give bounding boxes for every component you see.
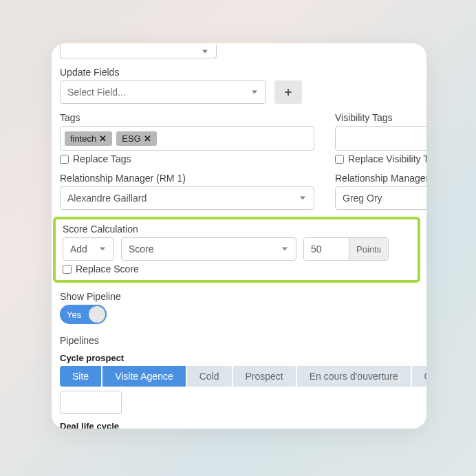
modal-card: Update Fields Select Field... + Tags fin… bbox=[52, 43, 426, 429]
tag-chip[interactable]: ESG ✕ bbox=[116, 131, 156, 146]
close-icon[interactable]: ✕ bbox=[99, 133, 107, 144]
pipeline-extra-slot[interactable] bbox=[60, 391, 122, 414]
rm1-select[interactable]: Alexandre Gaillard bbox=[60, 186, 314, 210]
rm1-value: Alexandre Gaillard bbox=[67, 193, 147, 204]
pipeline-group2-title: Deal life cycle bbox=[60, 421, 426, 429]
pipeline-stage[interactable]: Client bbox=[412, 366, 426, 387]
update-fields-label: Update Fields bbox=[60, 67, 426, 78]
score-points-input-group: Points bbox=[303, 237, 389, 261]
replace-tags-checkbox[interactable] bbox=[60, 155, 69, 164]
close-icon[interactable]: ✕ bbox=[144, 133, 151, 144]
replace-tags-label: Replace Tags bbox=[73, 153, 131, 164]
rm2-label: Relationship Manager (RM 2) bbox=[335, 173, 426, 184]
replace-visibility-tags-checkbox[interactable] bbox=[335, 155, 344, 164]
score-label: Score Calculation bbox=[63, 224, 411, 235]
score-unit: Points bbox=[349, 238, 388, 260]
pipeline-group1-stages: Site Visite Agence Cold Prospect En cour… bbox=[60, 366, 426, 387]
replace-score-label: Replace Score bbox=[76, 263, 139, 274]
visibility-tags-label: Visibility Tags bbox=[335, 112, 426, 123]
tags-label: Tags bbox=[60, 112, 314, 123]
replace-visibility-tags-label: Replace Visibility Tags bbox=[348, 153, 426, 164]
score-field-select[interactable]: Score bbox=[121, 237, 296, 261]
tags-input[interactable]: fintech ✕ ESG ✕ bbox=[60, 126, 314, 151]
top-select[interactable] bbox=[60, 45, 217, 58]
score-operation-select[interactable]: Add bbox=[63, 237, 114, 261]
tag-chip-text: ESG bbox=[122, 133, 140, 144]
tag-chip[interactable]: fintech ✕ bbox=[65, 131, 112, 146]
toggle-knob bbox=[89, 306, 105, 323]
visibility-tags-input[interactable] bbox=[335, 126, 426, 151]
pipeline-stage[interactable]: Prospect bbox=[233, 366, 297, 387]
add-field-button[interactable]: + bbox=[274, 80, 302, 104]
rm1-label: Relationship Manager (RM 1) bbox=[60, 173, 314, 184]
pipeline-stage[interactable]: Visite Agence bbox=[102, 366, 187, 387]
pipeline-stage[interactable]: Site bbox=[60, 366, 102, 387]
tag-chip-text: fintech bbox=[70, 133, 96, 144]
toggle-text: Yes bbox=[67, 310, 81, 320]
show-pipeline-label: Show Pipeline bbox=[60, 291, 426, 302]
score-field-value: Score bbox=[129, 244, 154, 255]
update-fields-placeholder: Select Field... bbox=[67, 87, 126, 98]
pipeline-stage[interactable]: En cours d'ouverture bbox=[297, 366, 412, 387]
score-operation-value: Add bbox=[70, 244, 87, 255]
update-fields-select[interactable]: Select Field... bbox=[60, 80, 266, 104]
score-value-input[interactable] bbox=[304, 238, 349, 260]
pipeline-group1-title: Cycle prospect bbox=[60, 353, 426, 363]
plus-icon: + bbox=[285, 85, 292, 100]
rm2-select[interactable]: Greg Ory bbox=[335, 186, 426, 210]
rm2-value: Greg Ory bbox=[343, 193, 382, 204]
score-calculation-box: Score Calculation Add Score Points Repla… bbox=[53, 217, 420, 283]
pipeline-stage[interactable]: Cold bbox=[187, 366, 233, 387]
replace-score-checkbox[interactable] bbox=[63, 265, 72, 274]
show-pipeline-toggle[interactable]: Yes bbox=[60, 305, 107, 324]
pipelines-label: Pipelines bbox=[60, 335, 426, 346]
